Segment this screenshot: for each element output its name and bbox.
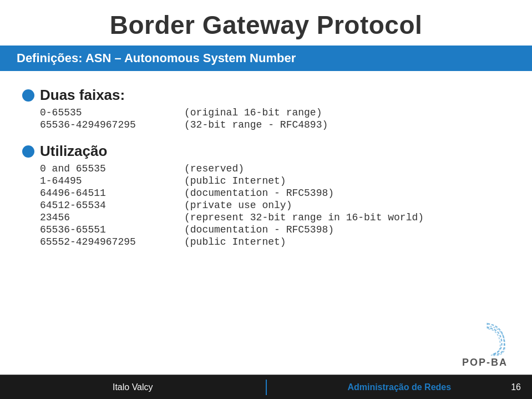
- range-col: 65536-65551: [40, 224, 184, 235]
- range-col: 0-65535: [40, 107, 184, 118]
- section-duas-faixas-header: Duas faixas:: [22, 87, 510, 104]
- desc-col: (private use only): [184, 200, 292, 211]
- list-item: 65536-65551 (documentation - RFC5398): [40, 224, 510, 235]
- footer-page: 16: [511, 382, 521, 392]
- desc-col: (reserved): [184, 163, 244, 174]
- content-area: Duas faixas: 0-65535 (original 16-bit ra…: [0, 71, 532, 375]
- desc-col: (public Internet): [184, 175, 286, 186]
- desc-col: (documentation - RFC5398): [184, 224, 334, 235]
- list-item: 64512-65534 (private use only): [40, 200, 510, 211]
- title-area: Border Gateway Protocol: [0, 0, 532, 46]
- duas-faixas-table: 0-65535 (original 16-bit range) 65536-42…: [40, 107, 510, 132]
- desc-col: (original 16-bit range): [184, 107, 322, 118]
- list-item: 65536-4294967295 (32-bit range - RFC4893…: [40, 119, 510, 130]
- range-col: 65536-4294967295: [40, 119, 184, 130]
- list-item: 23456 (represent 32-bit range in 16-bit …: [40, 212, 510, 223]
- slide-title: Border Gateway Protocol: [0, 10, 532, 40]
- footer-author: Italo Valcy: [113, 382, 153, 392]
- bullet-icon-2: [22, 145, 34, 158]
- footer-right: Administração de Redes: [267, 382, 533, 392]
- section-utilizacao-title: Utilização: [40, 143, 107, 160]
- footer-left: Italo Valcy: [0, 382, 266, 392]
- desc-col: (represent 32-bit range in 16-bit world): [184, 212, 424, 223]
- list-item: 1-64495 (public Internet): [40, 175, 510, 186]
- bullet-icon-1: [22, 89, 34, 102]
- range-col: 65552-4294967295: [40, 236, 184, 248]
- utilizacao-table: 0 and 65535 (reserved) 1-64495 (public I…: [40, 163, 510, 248]
- desc-col: (public Internet): [184, 236, 286, 248]
- logo-area: POP-BA: [454, 319, 515, 368]
- list-item: 64496-64511 (documentation - RFC5398): [40, 188, 510, 199]
- section-duas-faixas-title: Duas faixas:: [40, 87, 125, 104]
- range-col: 64512-65534: [40, 200, 184, 211]
- slide: Border Gateway Protocol Definições: ASN …: [0, 0, 532, 399]
- popba-logo-svg: [457, 319, 513, 357]
- popba-logo-text: POP-BA: [462, 357, 508, 368]
- list-item: 65552-4294967295 (public Internet): [40, 236, 510, 248]
- section-utilizacao: Utilização 0 and 65535 (reserved) 1-6449…: [22, 143, 510, 253]
- subtitle-text: Definições: ASN – Autonomous System Numb…: [17, 51, 296, 65]
- list-item: 0-65535 (original 16-bit range): [40, 107, 510, 118]
- range-col: 23456: [40, 212, 184, 223]
- desc-col: (32-bit range - RFC4893): [184, 119, 328, 130]
- desc-col: (documentation - RFC5398): [184, 188, 334, 199]
- list-item: 0 and 65535 (reserved): [40, 163, 510, 174]
- range-col: 64496-64511: [40, 188, 184, 199]
- footer: Italo Valcy Administração de Redes 16: [0, 375, 532, 399]
- section-utilizacao-header: Utilização: [22, 143, 510, 160]
- range-col: 1-64495: [40, 175, 184, 186]
- subtitle-bar: Definições: ASN – Autonomous System Numb…: [0, 46, 532, 71]
- footer-course: Administração de Redes: [347, 382, 451, 392]
- range-col: 0 and 65535: [40, 163, 184, 174]
